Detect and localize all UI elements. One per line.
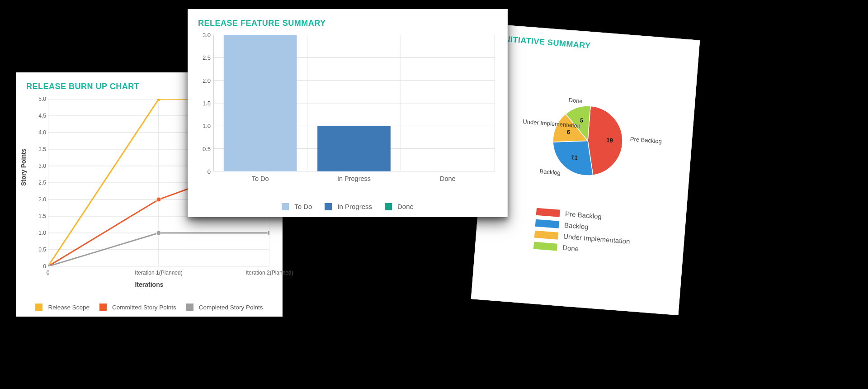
feature-svg bbox=[213, 35, 495, 171]
y-tick: 1.0 bbox=[33, 230, 46, 236]
feature-plot bbox=[213, 35, 495, 171]
legend-swatch bbox=[536, 208, 560, 217]
y-tick: 2.0 bbox=[197, 77, 211, 84]
pie-value: 6 bbox=[566, 128, 570, 136]
legend-item: Completed Story Points bbox=[186, 304, 263, 311]
pie-slice-label: Done bbox=[568, 96, 583, 104]
x-axis-label: Iterations bbox=[16, 281, 282, 288]
chart-title: INITIATIVE SUMMARY bbox=[501, 34, 689, 59]
legend-swatch bbox=[99, 304, 107, 311]
x-tick: In Progress bbox=[337, 175, 371, 182]
pie-value: 11 bbox=[571, 154, 578, 161]
x-tick: Iteration 2(Planned) bbox=[245, 270, 293, 276]
legend-label: Done bbox=[397, 203, 414, 210]
legend-item: Committed Story Points bbox=[99, 304, 176, 311]
feature-legend: To Do In Progress Done bbox=[188, 203, 507, 210]
y-axis-label: Story Points bbox=[20, 149, 27, 186]
legend-item: Done bbox=[385, 203, 414, 210]
chart-title: RELEASE FEATURE SUMMARY bbox=[198, 19, 498, 28]
x-tick: To Do bbox=[252, 175, 269, 182]
y-tick: 4.0 bbox=[33, 129, 46, 136]
y-tick: 3.5 bbox=[33, 146, 46, 152]
burnup-legend: Release Scope Committed Story Points Com… bbox=[16, 304, 282, 311]
svg-point-24 bbox=[267, 231, 269, 235]
release-feature-summary-chart: RELEASE FEATURE SUMMARY 00.51.01.52.02.5… bbox=[188, 9, 508, 217]
legend-item: Backlog bbox=[535, 219, 589, 231]
y-tick: 2.5 bbox=[33, 180, 46, 186]
y-tick: 2.0 bbox=[33, 196, 46, 203]
y-tick: 1.5 bbox=[197, 100, 211, 107]
legend-label: Completed Story Points bbox=[199, 304, 263, 311]
x-tick: 0 bbox=[47, 270, 50, 276]
legend-label: Pre Backlog bbox=[565, 210, 602, 220]
y-tick: 1.0 bbox=[197, 123, 211, 129]
legend-swatch bbox=[533, 242, 557, 251]
svg-rect-39 bbox=[317, 126, 391, 171]
y-tick: 0.5 bbox=[197, 145, 211, 152]
legend-label: Done bbox=[562, 244, 579, 253]
legend-swatch bbox=[325, 203, 332, 210]
y-tick: 3.0 bbox=[33, 163, 46, 169]
legend-label: Release Scope bbox=[48, 304, 90, 311]
legend-item: Done bbox=[533, 242, 579, 253]
legend-swatch bbox=[385, 203, 392, 210]
y-tick: 1.5 bbox=[33, 213, 46, 219]
legend-label: Committed Story Points bbox=[112, 304, 176, 311]
y-tick: 4.5 bbox=[33, 113, 46, 119]
y-tick: 0 bbox=[33, 263, 46, 270]
legend-label: Under Implementation bbox=[563, 232, 630, 246]
y-tick: 0 bbox=[197, 168, 211, 175]
legend-swatch bbox=[186, 304, 193, 311]
y-tick: 3.0 bbox=[197, 32, 211, 38]
y-tick: 2.5 bbox=[197, 54, 211, 61]
y-tick: 5.0 bbox=[33, 96, 46, 102]
legend-label: Backlog bbox=[564, 221, 589, 231]
svg-rect-38 bbox=[224, 35, 297, 171]
legend-item: In Progress bbox=[325, 203, 372, 210]
legend-swatch bbox=[35, 304, 42, 311]
legend-label: To Do bbox=[294, 203, 312, 210]
x-tick: Iteration 1(Planned) bbox=[135, 270, 182, 276]
legend-item: To Do bbox=[282, 203, 312, 210]
legend-swatch bbox=[535, 219, 559, 228]
pie-value: 19 bbox=[606, 136, 613, 143]
svg-point-20 bbox=[156, 197, 161, 202]
pie-wrap bbox=[480, 74, 696, 208]
legend-item: Release Scope bbox=[35, 304, 90, 311]
legend-swatch bbox=[282, 203, 289, 210]
legend-label: In Progress bbox=[337, 203, 372, 210]
legend-item: Pre Backlog bbox=[536, 208, 602, 220]
x-tick: Done bbox=[440, 175, 456, 182]
pie-value: 5 bbox=[580, 117, 584, 124]
svg-point-23 bbox=[156, 231, 161, 235]
legend-swatch bbox=[534, 230, 558, 239]
y-tick: 0.5 bbox=[33, 247, 46, 253]
